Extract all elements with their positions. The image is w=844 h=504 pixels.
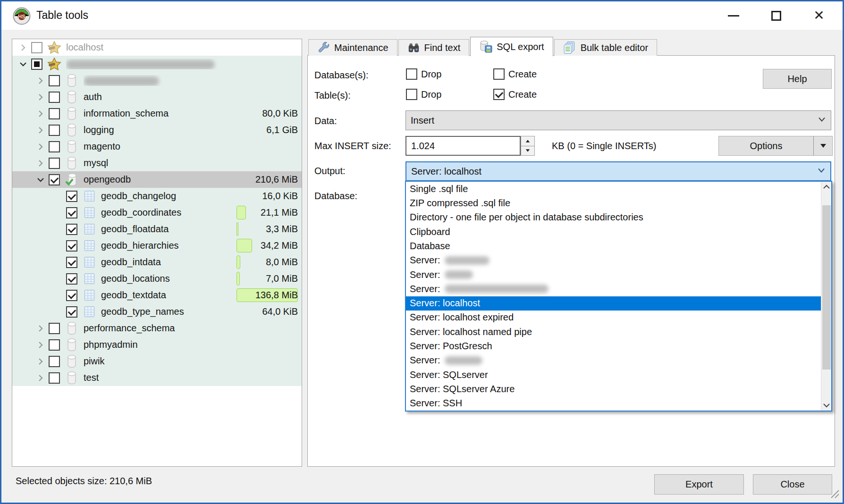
- tree-expander[interactable]: [33, 89, 49, 105]
- tree-row[interactable]: performance_schema: [12, 320, 302, 336]
- dropdown-item[interactable]: Server:: [406, 268, 831, 282]
- collapsed-chevron-icon[interactable]: [35, 125, 46, 135]
- tree-checkbox[interactable]: [66, 191, 77, 202]
- scrollbar-thumb[interactable]: [822, 205, 831, 370]
- tree-checkbox[interactable]: [49, 75, 60, 86]
- tree-row[interactable]: mysql: [12, 155, 302, 171]
- dropdown-item[interactable]: Server: localhost named pipe: [406, 325, 831, 339]
- tree-row[interactable]: geodb_coordinates21,1 MiB: [12, 204, 302, 221]
- tree-row[interactable]: geodb_hierarchies34,2 MiB: [12, 237, 302, 254]
- dropdown-item[interactable]: Server: localhost expired: [406, 311, 831, 325]
- tree-row[interactable]: localhost: [12, 39, 302, 56]
- dropdown-item[interactable]: ZIP compressed .sql file: [406, 196, 831, 210]
- tree-row[interactable]: geodb_changelog16,0 KiB: [12, 188, 302, 204]
- export-button[interactable]: Export: [654, 474, 744, 495]
- tab-bulk-table-editor[interactable]: Bulk table editor: [554, 39, 657, 56]
- collapsed-chevron-icon[interactable]: [35, 76, 46, 86]
- collapsed-chevron-icon[interactable]: [35, 109, 46, 119]
- help-button[interactable]: Help: [763, 69, 832, 89]
- tree-row[interactable]: logging6,1 GiB: [12, 122, 302, 138]
- tree-row[interactable]: geodb_intdata8,0 MiB: [12, 254, 302, 270]
- data-combobox[interactable]: Insert: [405, 110, 831, 130]
- tree-expander[interactable]: [33, 155, 49, 171]
- tree-expander[interactable]: [33, 122, 49, 138]
- collapsed-chevron-icon[interactable]: [35, 158, 46, 168]
- checkbox[interactable]: [406, 89, 417, 100]
- tables-drop-checkbox[interactable]: Drop: [406, 89, 441, 100]
- tree-row[interactable]: [12, 56, 302, 72]
- object-tree[interactable]: localhost auth information_schema80,0 Ki…: [12, 39, 302, 467]
- checkbox[interactable]: [493, 68, 505, 80]
- dropdown-item[interactable]: Server:: [406, 282, 831, 296]
- collapsed-chevron-icon[interactable]: [35, 356, 46, 367]
- tab-sql-export[interactable]: SQL export: [470, 37, 553, 56]
- tree-expander[interactable]: [33, 320, 49, 336]
- tree-checkbox[interactable]: [66, 257, 77, 268]
- tree-row[interactable]: phpmyadmin: [12, 336, 302, 353]
- max-insert-input[interactable]: 1.024: [405, 136, 521, 156]
- dropdown-item[interactable]: Single .sql file: [406, 182, 831, 196]
- output-combobox[interactable]: Server: localhost: [405, 161, 831, 181]
- dropdown-item[interactable]: Server:: [406, 253, 831, 268]
- dropdown-item[interactable]: Server:: [406, 353, 831, 368]
- dropdown-item[interactable]: Server: SSH: [406, 396, 831, 411]
- tables-create-checkbox[interactable]: Create: [493, 89, 537, 100]
- tree-expander[interactable]: [33, 336, 49, 353]
- scroll-down-icon[interactable]: [821, 400, 831, 411]
- tree-checkbox[interactable]: [49, 372, 60, 384]
- collapsed-chevron-icon[interactable]: [35, 323, 46, 334]
- tree-expander[interactable]: [15, 56, 31, 72]
- tree-row[interactable]: test: [12, 370, 302, 386]
- expanded-chevron-icon[interactable]: [18, 59, 28, 69]
- tree-expander[interactable]: [33, 171, 49, 188]
- tree-checkbox[interactable]: [31, 42, 42, 53]
- tree-row[interactable]: opengeodb210,6 MiB: [12, 171, 302, 188]
- tree-row[interactable]: geodb_textdata136,8 MiB: [12, 287, 302, 303]
- tree-expander[interactable]: [33, 72, 49, 89]
- collapsed-chevron-icon[interactable]: [35, 92, 46, 102]
- close-dialog-button[interactable]: Close: [753, 474, 832, 495]
- dropdown-item[interactable]: Clipboard: [406, 225, 831, 239]
- tree-expander[interactable]: [33, 370, 49, 386]
- tree-checkbox[interactable]: [49, 141, 60, 152]
- tree-checkbox[interactable]: [66, 240, 77, 252]
- tree-row[interactable]: [12, 72, 302, 89]
- tree-checkbox[interactable]: [66, 273, 77, 285]
- checkbox[interactable]: [493, 89, 505, 100]
- tree-checkbox[interactable]: [49, 323, 60, 334]
- collapsed-chevron-icon[interactable]: [35, 373, 46, 383]
- dropdown-scrollbar[interactable]: [821, 182, 831, 411]
- dropdown-item[interactable]: Database: [406, 239, 831, 253]
- scroll-up-icon[interactable]: [821, 182, 831, 192]
- tree-row[interactable]: geodb_type_names64,0 KiB: [12, 303, 302, 320]
- collapsed-chevron-icon[interactable]: [35, 142, 46, 152]
- collapsed-chevron-icon[interactable]: [35, 340, 46, 350]
- tree-row[interactable]: geodb_locations7,0 MiB: [12, 270, 302, 287]
- resize-grip[interactable]: [827, 487, 840, 501]
- tree-checkbox[interactable]: [49, 174, 60, 185]
- tree-checkbox[interactable]: [66, 207, 77, 218]
- tree-expander[interactable]: [33, 353, 49, 370]
- tree-checkbox[interactable]: [49, 125, 60, 136]
- options-button[interactable]: Options: [718, 136, 833, 156]
- tree-row[interactable]: geodb_floatdata3,3 MiB: [12, 221, 302, 237]
- minimize-button[interactable]: [722, 6, 745, 25]
- tree-checkbox[interactable]: [66, 290, 77, 301]
- tree-checkbox[interactable]: [49, 158, 60, 169]
- tree-checkbox[interactable]: [66, 306, 77, 318]
- tree-checkbox[interactable]: [31, 59, 42, 70]
- spin-up-button[interactable]: [521, 136, 535, 146]
- dropdown-item[interactable]: Server: localhost: [406, 296, 831, 311]
- databases-create-checkbox[interactable]: Create: [493, 68, 537, 80]
- expanded-chevron-icon[interactable]: [35, 175, 46, 185]
- options-dropdown-arrow[interactable]: [813, 136, 832, 155]
- tree-expander[interactable]: [15, 39, 31, 56]
- checkbox[interactable]: [406, 68, 417, 80]
- dropdown-item[interactable]: Server: SQLserver Azure: [406, 382, 831, 396]
- tree-row[interactable]: piwik: [12, 353, 302, 370]
- tree-checkbox[interactable]: [49, 92, 60, 103]
- tree-row[interactable]: information_schema80,0 KiB: [12, 105, 302, 122]
- tree-row[interactable]: auth: [12, 89, 302, 105]
- tree-expander[interactable]: [33, 105, 49, 122]
- tree-checkbox[interactable]: [49, 339, 60, 351]
